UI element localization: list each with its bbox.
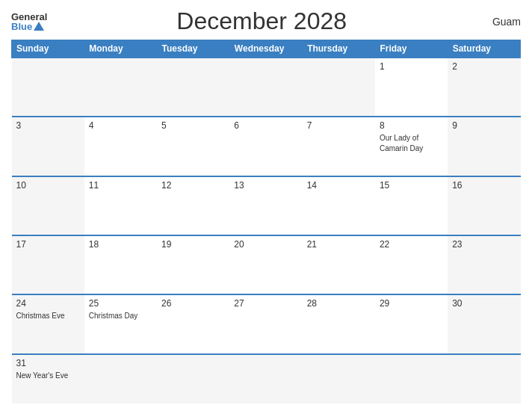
page-header: General Blue December 2028 Guam — [11, 7, 521, 35]
calendar-cell: 31New Year's Eve — [12, 354, 84, 404]
day-event: Christmas Day — [89, 312, 138, 320]
calendar-cell: 16 — [448, 176, 520, 235]
calendar-cell: 8Our Lady of Camarin Day — [375, 117, 448, 176]
day-number: 14 — [307, 180, 371, 191]
calendar-cell — [157, 354, 229, 404]
calendar-cell: 22 — [375, 235, 448, 294]
day-number: 21 — [307, 239, 371, 250]
day-number: 7 — [307, 120, 371, 131]
day-number: 31 — [16, 358, 80, 368]
calendar-cell: 10 — [12, 176, 84, 235]
calendar-cell: 17 — [12, 235, 84, 294]
calendar-cell — [157, 58, 229, 117]
calendar-title: December 2028 — [47, 7, 476, 35]
day-number: 11 — [89, 180, 152, 191]
day-number: 6 — [234, 120, 297, 131]
day-number: 4 — [89, 120, 152, 131]
logo-triangle-icon — [34, 22, 44, 31]
calendar-cell — [375, 354, 448, 404]
day-number: 1 — [380, 61, 443, 72]
calendar-cell — [303, 58, 375, 117]
calendar-cell: 4 — [84, 117, 157, 176]
day-number: 19 — [161, 239, 225, 250]
column-header-tuesday: Tuesday — [157, 40, 229, 58]
day-number: 30 — [452, 298, 516, 309]
calendar-cell: 13 — [229, 176, 302, 235]
calendar-cell: 30 — [448, 294, 520, 353]
day-number: 27 — [234, 298, 297, 309]
calendar-cell: 3 — [12, 117, 84, 176]
day-number: 8 — [380, 120, 443, 131]
day-number: 22 — [380, 239, 443, 250]
day-number: 10 — [16, 180, 80, 191]
day-number: 9 — [452, 120, 516, 131]
calendar-cell: 12 — [157, 176, 229, 235]
calendar-week-row: 24Christmas Eve25Christmas Day2627282930 — [12, 294, 521, 353]
calendar-cell: 23 — [448, 235, 520, 294]
calendar-week-row: 345678Our Lady of Camarin Day9 — [12, 117, 521, 176]
calendar-cell — [303, 354, 375, 404]
logo-general-text: General — [11, 12, 47, 22]
calendar-table: SundayMondayTuesdayWednesdayThursdayFrid… — [11, 40, 521, 404]
calendar-cell — [84, 58, 157, 117]
logo: General Blue — [11, 12, 47, 31]
day-event: Christmas Eve — [16, 312, 65, 320]
day-number: 24 — [16, 298, 80, 309]
day-number: 18 — [89, 239, 152, 250]
calendar-cell: 15 — [375, 176, 448, 235]
calendar-cell — [229, 58, 302, 117]
calendar-cell: 20 — [229, 235, 302, 294]
day-number: 26 — [161, 298, 225, 309]
day-number: 3 — [16, 120, 80, 131]
calendar-cell: 2 — [448, 58, 520, 117]
day-event: New Year's Eve — [16, 371, 69, 380]
day-number: 13 — [234, 180, 297, 191]
day-number: 20 — [234, 239, 297, 250]
column-header-thursday: Thursday — [303, 40, 375, 58]
column-header-friday: Friday — [375, 40, 448, 58]
calendar-cell: 19 — [157, 235, 229, 294]
calendar-cell — [229, 354, 302, 404]
calendar-cell: 9 — [448, 117, 520, 176]
calendar-cell: 1 — [375, 58, 448, 117]
calendar-header-row: SundayMondayTuesdayWednesdayThursdayFrid… — [12, 40, 521, 58]
day-number: 17 — [16, 239, 80, 250]
calendar-week-row: 10111213141516 — [12, 176, 521, 235]
calendar-cell: 21 — [303, 235, 375, 294]
region-label: Guam — [476, 16, 521, 28]
logo-blue-text: Blue — [11, 22, 32, 31]
day-number: 15 — [380, 180, 443, 191]
calendar-cell — [84, 354, 157, 404]
calendar-cell: 27 — [229, 294, 302, 353]
calendar-week-row: 17181920212223 — [12, 235, 521, 294]
column-header-sunday: Sunday — [12, 40, 84, 58]
calendar-cell: 11 — [84, 176, 157, 235]
calendar-cell: 7 — [303, 117, 375, 176]
day-number: 5 — [161, 120, 225, 131]
calendar-cell: 25Christmas Day — [84, 294, 157, 353]
day-number: 12 — [161, 180, 225, 191]
day-number: 2 — [452, 61, 516, 72]
column-header-saturday: Saturday — [448, 40, 520, 58]
calendar-cell: 24Christmas Eve — [12, 294, 84, 353]
calendar-cell: 26 — [157, 294, 229, 353]
day-event: Our Lady of Camarin Day — [380, 134, 423, 152]
calendar-cell: 5 — [157, 117, 229, 176]
day-number: 16 — [452, 180, 516, 191]
calendar-cell — [12, 58, 84, 117]
day-number: 28 — [307, 298, 371, 309]
day-number: 29 — [380, 298, 443, 309]
calendar-week-row: 31New Year's Eve — [12, 354, 521, 404]
calendar-cell: 28 — [303, 294, 375, 353]
column-header-wednesday: Wednesday — [229, 40, 302, 58]
column-header-monday: Monday — [84, 40, 157, 58]
calendar-cell: 6 — [229, 117, 302, 176]
calendar-cell: 14 — [303, 176, 375, 235]
calendar-week-row: 12 — [12, 58, 521, 117]
calendar-cell: 29 — [375, 294, 448, 353]
calendar-cell: 18 — [84, 235, 157, 294]
calendar-cell — [448, 354, 520, 404]
day-number: 25 — [89, 298, 152, 309]
day-number: 23 — [452, 239, 516, 250]
